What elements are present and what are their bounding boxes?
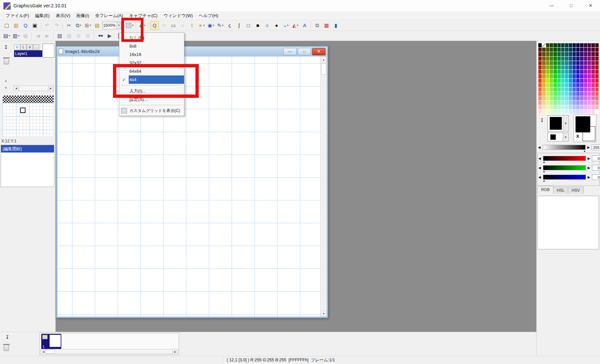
- frame-scrollbar[interactable]: ◀ ▶: [41, 349, 178, 354]
- pen-settings-button[interactable]: ▮: [332, 21, 340, 30]
- image-minimize-button[interactable]: —: [283, 48, 297, 55]
- palette-swatch[interactable]: [573, 96, 576, 100]
- palette-swatch[interactable]: [573, 57, 576, 61]
- grid-menu-item[interactable]: 16x16: [119, 50, 184, 59]
- grid-menu-item[interactable]: 32x32: [119, 59, 184, 67]
- palette-swatch[interactable]: [550, 105, 553, 109]
- palette-swatch[interactable]: [588, 57, 591, 61]
- palette-swatch[interactable]: [588, 110, 591, 114]
- replace-color-button[interactable]: ◭▾: [291, 21, 300, 30]
- palette-swatch[interactable]: [573, 101, 576, 105]
- palette-swatch[interactable]: [557, 92, 561, 96]
- palette-swatch[interactable]: [538, 57, 542, 61]
- palette-swatch[interactable]: [553, 70, 557, 74]
- grid-menu-item[interactable]: 設定(S)...: [119, 95, 184, 104]
- palette-swatch[interactable]: [595, 52, 599, 56]
- palette-swatch[interactable]: [538, 43, 542, 47]
- palette-swatch[interactable]: [542, 43, 545, 47]
- layer-menu-button[interactable]: ▤▾: [2, 32, 11, 40]
- open-file-button[interactable]: ▥: [12, 21, 20, 30]
- palette-swatch[interactable]: [561, 92, 564, 96]
- vertical-scrollbar[interactable]: ▲ ▼: [320, 57, 326, 316]
- palette-swatch[interactable]: [569, 61, 572, 65]
- palette-swatch[interactable]: [569, 52, 572, 56]
- palette-swatch[interactable]: [569, 57, 572, 61]
- scroll-left-icon[interactable]: ◀: [14, 86, 19, 91]
- slider-right-icon[interactable]: ▶: [587, 145, 590, 149]
- palette-swatch[interactable]: [538, 105, 542, 109]
- palette-swatch[interactable]: [584, 61, 587, 65]
- palette-swatch[interactable]: [538, 48, 542, 52]
- palette-swatch[interactable]: [591, 92, 595, 96]
- palette-swatch[interactable]: [580, 87, 583, 92]
- palette-swatch[interactable]: [550, 70, 553, 74]
- palette-swatch[interactable]: [595, 43, 599, 47]
- alpha-slider[interactable]: ▲: [543, 145, 586, 150]
- palette-swatch[interactable]: [546, 92, 549, 96]
- palette-swatch[interactable]: [561, 65, 564, 69]
- palette-swatch[interactable]: [557, 96, 561, 100]
- palette-swatch[interactable]: [591, 52, 595, 56]
- palette-swatch[interactable]: [580, 57, 583, 61]
- palette-swatch[interactable]: [561, 61, 564, 65]
- layer-down-button[interactable]: ▼: [4, 86, 8, 90]
- palette-swatch[interactable]: [595, 65, 599, 69]
- palette-swatch[interactable]: [557, 74, 561, 78]
- palette-swatch[interactable]: [588, 65, 591, 69]
- palette-swatch[interactable]: [576, 87, 580, 92]
- palette-swatch[interactable]: [576, 74, 580, 78]
- palette-swatch[interactable]: [573, 92, 576, 96]
- palette-swatch[interactable]: [546, 105, 549, 109]
- palette-swatch[interactable]: [588, 92, 591, 96]
- magic-wand-button[interactable]: ∗▾: [197, 21, 206, 30]
- palette-swatch[interactable]: [591, 48, 595, 52]
- palette-swatch[interactable]: [569, 96, 572, 100]
- palette-swatch[interactable]: [550, 65, 553, 69]
- palette-swatch[interactable]: [546, 96, 549, 100]
- palette-swatch[interactable]: [561, 110, 564, 114]
- palette-swatch[interactable]: [580, 79, 583, 83]
- palette-swatch[interactable]: [538, 110, 542, 114]
- palette-swatch[interactable]: [561, 57, 564, 61]
- palette-swatch[interactable]: [584, 96, 587, 100]
- green-slider[interactable]: ▲: [543, 165, 586, 170]
- dropdown-arrow-icon[interactable]: ▾: [203, 24, 204, 27]
- preview-animation-button[interactable]: ♟▾: [138, 21, 146, 30]
- palette-swatch[interactable]: [561, 48, 564, 52]
- palette-swatch[interactable]: [565, 110, 568, 114]
- palette-swatch[interactable]: [576, 105, 580, 109]
- palette-swatch[interactable]: [546, 79, 549, 83]
- maximize-button[interactable]: □: [562, 0, 581, 11]
- slider-right-icon[interactable]: ▶: [588, 175, 590, 179]
- select-ellipse-button[interactable]: ◉▾: [206, 21, 215, 30]
- palette-swatch[interactable]: [584, 57, 587, 61]
- layer-header-button[interactable]: …: [33, 44, 39, 50]
- slider-left-icon[interactable]: ◀: [538, 145, 541, 149]
- dropdown-arrow-icon[interactable]: ▾: [89, 24, 91, 27]
- palette-swatch[interactable]: [538, 87, 542, 92]
- palette-swatch[interactable]: [576, 92, 580, 96]
- palette-swatch[interactable]: [595, 70, 599, 74]
- palette-swatch[interactable]: [591, 74, 595, 78]
- palette-swatch[interactable]: [553, 105, 557, 109]
- grid-menu-item[interactable]: 入力(I)...: [119, 87, 184, 95]
- palette-swatch[interactable]: [591, 105, 595, 109]
- ellipse-filled-button[interactable]: ●: [272, 21, 281, 30]
- fill-bucket-button[interactable]: ◒▾: [282, 21, 290, 30]
- palette-swatch[interactable]: [584, 43, 587, 47]
- palette-swatch[interactable]: [584, 110, 587, 114]
- palette-swatch[interactable]: [569, 105, 572, 109]
- palette-swatch[interactable]: [553, 96, 557, 100]
- palette-swatch[interactable]: [576, 70, 580, 74]
- palette-swatch[interactable]: [591, 110, 595, 114]
- layer-thumbnail[interactable]: [43, 44, 54, 58]
- hand-tool-button[interactable]: ☞: [160, 21, 168, 30]
- palette-swatch[interactable]: [576, 48, 580, 52]
- palette-swatch[interactable]: [550, 110, 553, 114]
- arc-tool-button[interactable]: ∫: [235, 21, 243, 30]
- palette-swatch[interactable]: [565, 79, 568, 83]
- drawing-canvas[interactable]: [58, 57, 320, 316]
- slider-right-icon[interactable]: ▶: [588, 166, 590, 170]
- palette-swatch[interactable]: [565, 65, 568, 69]
- color-list-box[interactable]: [537, 196, 599, 249]
